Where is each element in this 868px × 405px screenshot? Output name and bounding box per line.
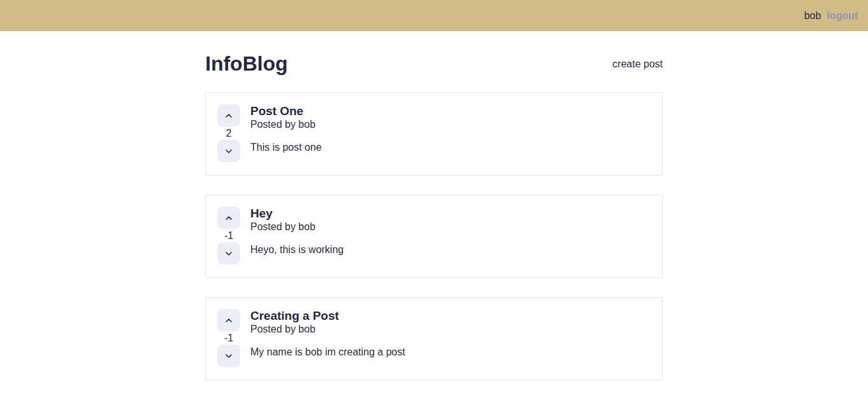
main-container: InfoBlog create post 2 [205, 52, 663, 380]
chevron-up-icon [225, 213, 233, 223]
post-body: Creating a Post Posted by bob My name is… [250, 309, 651, 367]
chevron-down-icon [225, 249, 233, 258]
post-title: Post One [250, 104, 651, 118]
vote-count: -1 [224, 230, 233, 242]
chevron-down-icon [225, 146, 233, 156]
post-body: Post One Posted by bob This is post one [250, 104, 651, 162]
post-content: Heyo, this is working [250, 244, 651, 256]
vote-column: -1 [217, 207, 240, 264]
chevron-up-icon [225, 315, 233, 325]
downvote-button[interactable] [217, 242, 240, 264]
upvote-button[interactable] [217, 104, 240, 127]
chevron-down-icon [225, 351, 233, 360]
downvote-button[interactable] [217, 140, 240, 162]
post-title: Hey [250, 207, 651, 220]
post-card: -1 Hey Posted by bob Heyo, this is worki… [205, 195, 663, 278]
post-content: My name is bob im creating a post [250, 346, 651, 358]
chevron-up-icon [225, 111, 233, 120]
create-post-link[interactable]: create post [613, 58, 663, 70]
vote-column: -1 [217, 309, 240, 367]
logged-in-username: bob [804, 10, 821, 22]
downvote-button[interactable] [217, 345, 240, 367]
logout-link[interactable]: logout [827, 10, 858, 22]
upvote-button[interactable] [217, 309, 240, 331]
post-card: 2 Post One Posted by bob This is post on… [205, 92, 663, 175]
vote-count: 2 [226, 127, 232, 139]
post-byline: Posted by bob [250, 323, 651, 335]
post-body: Hey Posted by bob Heyo, this is working [250, 207, 651, 264]
page-title: InfoBlog [205, 52, 288, 76]
vote-column: 2 [217, 104, 240, 162]
posts-list: 2 Post One Posted by bob This is post on… [205, 92, 663, 380]
post-title: Creating a Post [250, 309, 651, 322]
post-byline: Posted by bob [250, 118, 651, 130]
post-card: -1 Creating a Post Posted by bob My name… [205, 297, 663, 380]
topbar: bob logout [0, 0, 868, 31]
post-content: This is post one [250, 141, 651, 153]
header-row: InfoBlog create post [205, 52, 663, 76]
post-byline: Posted by bob [250, 221, 651, 233]
page: bob logout InfoBlog create post 2 [0, 0, 868, 405]
vote-count: -1 [224, 332, 233, 344]
upvote-button[interactable] [217, 207, 240, 229]
